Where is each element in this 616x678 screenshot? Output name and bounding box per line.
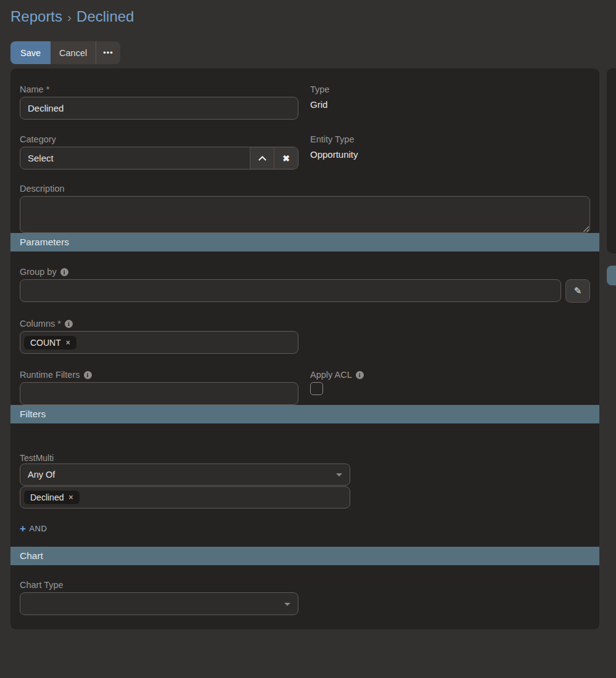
cancel-button[interactable]: Cancel [51, 41, 96, 64]
clear-x-icon: ✖ [282, 153, 290, 163]
info-icon: i [356, 371, 364, 379]
column-tag-label: COUNT [30, 338, 61, 348]
report-detail-panel: Name * Type Grid Category Select ✖ [10, 68, 599, 629]
tag-remove-icon[interactable]: × [66, 339, 70, 346]
filter-operator-value: Any Of [28, 470, 55, 480]
group-by-label: Group byi [20, 266, 590, 278]
filter-values-input[interactable]: Declined × [20, 486, 350, 508]
chart-section-header: Chart [10, 547, 599, 565]
category-select-group: Select ✖ [20, 147, 298, 170]
row-name-type: Name * Type Grid [20, 83, 590, 120]
info-icon: i [65, 320, 73, 328]
plus-icon: + [20, 525, 26, 533]
add-and-label: AND [29, 524, 47, 533]
filter-field-label: TestMulti [20, 452, 590, 464]
category-select-value[interactable]: Select [20, 147, 250, 169]
group-by-input[interactable] [20, 279, 561, 302]
ellipsis-icon: ••• [103, 48, 113, 57]
side-column-stub [607, 68, 616, 285]
category-clear-button[interactable]: ✖ [274, 147, 298, 169]
field-columns: Columns *i COUNT × [20, 317, 590, 354]
save-button[interactable]: Save [10, 41, 51, 64]
row-runtime-acl: Runtime Filtersi Apply ACLi [20, 369, 590, 405]
description-textarea[interactable] [20, 196, 590, 233]
tag-remove-icon[interactable]: × [68, 494, 73, 501]
columns-label: Columns *i [20, 317, 590, 330]
breadcrumb-current[interactable]: Declined [76, 8, 134, 25]
category-label: Category [20, 133, 298, 145]
filter-operator-select[interactable]: Any Of [20, 464, 350, 486]
runtime-filters-input[interactable] [20, 382, 298, 405]
column-tag: COUNT × [24, 336, 76, 349]
field-description: Description [20, 182, 590, 233]
more-actions-button[interactable]: ••• [96, 41, 120, 64]
caret-up-icon [258, 156, 266, 164]
field-chart-type: Chart Type [20, 579, 590, 615]
filter-value-tag-label: Declined [30, 492, 64, 502]
field-runtime-filters: Runtime Filtersi [20, 369, 298, 405]
breadcrumb-reports-link[interactable]: Reports [10, 8, 62, 25]
apply-acl-label: Apply ACLi [310, 369, 590, 381]
type-label: Type [310, 83, 590, 96]
caret-down-icon [336, 473, 342, 476]
breadcrumb-separator: › [67, 10, 72, 24]
category-expand-button[interactable] [250, 147, 274, 169]
chart-type-label: Chart Type [20, 579, 590, 591]
columns-tag-input[interactable]: COUNT × [20, 331, 298, 354]
field-type: Type Grid [310, 83, 590, 120]
field-apply-acl: Apply ACLi [310, 369, 590, 405]
field-entity-type: Entity Type Opportunity [310, 133, 590, 170]
row-category-entity: Category Select ✖ Entity Type Opportunit… [20, 133, 590, 170]
pencil-icon: ✎ [574, 285, 582, 296]
filters-section-header: Filters [10, 405, 599, 423]
caret-down-icon [284, 603, 290, 606]
add-and-condition-link[interactable]: + AND [20, 524, 47, 533]
filter-value-tag: Declined × [24, 491, 80, 504]
chart-type-select[interactable] [20, 592, 298, 615]
runtime-filters-label: Runtime Filtersi [20, 369, 298, 381]
group-by-edit-button[interactable]: ✎ [565, 279, 590, 303]
type-value: Grid [310, 97, 590, 111]
parameters-section-header: Parameters [10, 233, 599, 251]
side-section-header-edge [607, 266, 616, 285]
field-category: Category Select ✖ [20, 133, 298, 170]
apply-acl-checkbox[interactable] [310, 382, 323, 395]
breadcrumb: Reports›Declined [10, 6, 616, 27]
name-input[interactable] [20, 97, 298, 120]
field-group-by: Group byi ✎ [20, 266, 590, 303]
toolbar: Save Cancel ••• [10, 41, 616, 64]
report-edit-page: Reports›Declined Save Cancel ••• Name * … [0, 0, 616, 629]
info-icon: i [60, 268, 68, 276]
side-panel-edge [607, 68, 616, 253]
entity-type-label: Entity Type [310, 133, 590, 145]
entity-type-value: Opportunity [310, 147, 590, 161]
description-label: Description [20, 182, 590, 195]
name-label: Name * [20, 83, 298, 96]
field-name: Name * [20, 83, 298, 120]
info-icon: i [84, 371, 92, 379]
